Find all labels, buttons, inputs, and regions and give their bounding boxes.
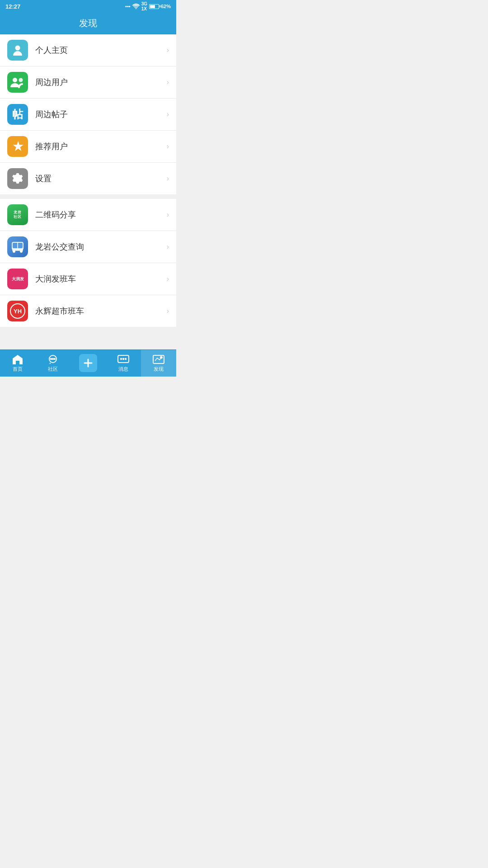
status-bar: 12:27 ••• 3G1X 62% [0, 0, 176, 13]
chat-icon [47, 354, 59, 364]
darunfa-icon: 大润发 [7, 269, 28, 289]
empty-space [0, 331, 176, 349]
menu-item-nearby-posts[interactable]: 帖 周边帖子 › [0, 99, 176, 131]
bottom-nav: 首页 社区 [0, 349, 176, 377]
nav-discover-label: 发现 [154, 366, 164, 373]
darunfa-label: 大润发班车 [35, 274, 167, 284]
status-time: 12:27 [5, 3, 20, 10]
menu-item-darunfa[interactable]: 大润发 大润发班车 › [0, 263, 176, 295]
nav-item-messages[interactable]: 消息 [106, 350, 141, 377]
nav-messages-label: 消息 [118, 366, 128, 373]
svg-point-20 [160, 356, 162, 358]
settings-label: 设置 [35, 173, 167, 184]
chevron-icon: › [167, 46, 169, 54]
bus-query-label: 龙岩公交查询 [35, 241, 167, 252]
menu-item-recommended-users[interactable]: ★ 推荐用户 › [0, 131, 176, 163]
nav-item-home[interactable]: 首页 [0, 350, 35, 377]
settings-icon [7, 168, 28, 189]
menu-item-bus-query[interactable]: 龙岩公交查询 › [0, 231, 176, 263]
svg-point-17 [123, 358, 124, 359]
nav-home-label: 首页 [13, 366, 23, 373]
menu-item-nearby-users[interactable]: 周边用户 › [0, 66, 176, 99]
svg-point-10 [51, 358, 52, 359]
svg-point-2 [19, 78, 23, 82]
qr-share-icon: 龙岩 社区 [7, 204, 28, 225]
nav-item-add[interactable] [70, 350, 106, 377]
battery-percent: 62% [161, 4, 171, 9]
svg-rect-7 [12, 249, 23, 251]
yonghui-icon: YH [7, 301, 28, 321]
svg-point-11 [52, 358, 53, 359]
nearby-users-icon [7, 72, 28, 93]
section-main: 个人主页 › 周边用户 › 帖 周边帖子 › [0, 34, 176, 194]
menu-item-settings[interactable]: 设置 › [0, 163, 176, 194]
message-icon [117, 354, 129, 364]
chevron-icon: › [167, 307, 169, 315]
personal-home-label: 个人主页 [35, 45, 167, 56]
nearby-posts-icon: 帖 [7, 104, 28, 125]
chevron-icon: › [167, 211, 169, 219]
page-header: 发现 [0, 13, 176, 34]
battery-icon [149, 4, 159, 9]
yonghui-label: 永辉超市班车 [35, 306, 167, 316]
gear-svg [11, 172, 24, 185]
people-svg [10, 76, 25, 88]
menu-item-yonghui[interactable]: YH 永辉超市班车 › [0, 295, 176, 327]
wifi-icon [132, 4, 140, 9]
nearby-posts-label: 周边帖子 [35, 109, 167, 120]
nav-community-label: 社区 [48, 366, 58, 373]
discover-icon [153, 354, 164, 364]
svg-point-18 [125, 358, 126, 359]
chevron-icon: › [167, 275, 169, 283]
chevron-icon: › [167, 142, 169, 151]
svg-point-0 [15, 46, 20, 51]
dots-icon: ••• [125, 4, 131, 9]
content-area: 个人主页 › 周边用户 › 帖 周边帖子 › [0, 34, 176, 349]
page-title: 发现 [79, 17, 97, 29]
recommended-users-label: 推荐用户 [35, 141, 167, 152]
nearby-users-label: 周边用户 [35, 77, 167, 88]
menu-item-qr-share[interactable]: 龙岩 社区 二维码分享 › [0, 199, 176, 231]
chevron-icon: › [167, 175, 169, 183]
nav-item-discover[interactable]: 发现 [141, 350, 176, 377]
qr-share-label: 二维码分享 [35, 209, 167, 220]
svg-point-1 [13, 78, 17, 82]
svg-point-12 [54, 358, 55, 359]
signal-text: 3G1X [141, 1, 147, 11]
personal-home-icon [7, 40, 28, 61]
add-icon[interactable] [79, 354, 97, 372]
nav-item-community[interactable]: 社区 [35, 350, 70, 377]
recommended-users-icon: ★ [7, 136, 28, 157]
svg-point-16 [121, 358, 122, 359]
bus-svg [10, 241, 25, 253]
home-icon [12, 354, 23, 364]
person-svg [11, 44, 24, 57]
chevron-icon: › [167, 110, 169, 118]
section-services: 龙岩 社区 二维码分享 › 龙岩公交查询 › [0, 199, 176, 327]
menu-item-personal-home[interactable]: 个人主页 › [0, 34, 176, 66]
chevron-icon: › [167, 78, 169, 86]
status-right: ••• 3G1X 62% [125, 1, 171, 11]
bus-query-icon [7, 236, 28, 257]
chevron-icon: › [167, 243, 169, 251]
